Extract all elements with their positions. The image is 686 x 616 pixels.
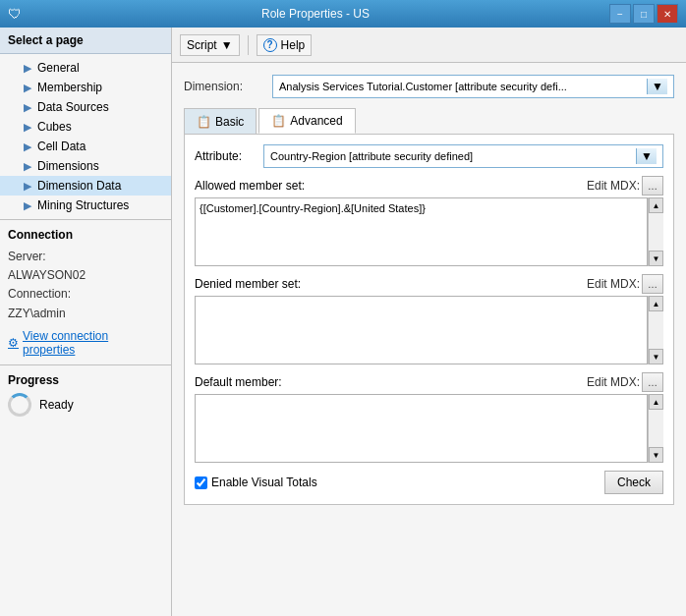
default-member-label: Default member: [195,375,282,389]
help-button[interactable]: ? Help [257,34,313,56]
progress-indicator: Ready [8,393,163,417]
allowed-edit-mdx-button[interactable]: … [642,176,663,196]
allowed-scroll-down[interactable]: ▼ [649,251,663,266]
left-panel: Select a page ▶ General ▶ Membership ▶ D… [0,28,172,616]
sidebar-item-cell-data[interactable]: ▶ Cell Data [0,137,171,156]
denied-scroll-up[interactable]: ▲ [649,296,663,311]
toolbar-separator [248,35,249,55]
connection-section: Connection Server: ALWAYSON02 Connection… [0,219,171,364]
enable-visual-totals-checkbox[interactable] [195,476,207,489]
default-scroll-down[interactable]: ▼ [649,447,663,463]
progress-status: Ready [39,398,74,412]
attribute-dropdown-box[interactable]: Country-Region [attribute security defin… [263,144,663,168]
denied-member-header-row: Denied member set: Edit MDX: … [195,274,663,294]
content-area: Dimension: Analysis Services Tutorial.Cu… [172,63,686,616]
denied-edit-mdx-button[interactable]: … [642,274,663,294]
allowed-member-textarea[interactable]: {[Customer].[Country-Region].&[United St… [195,197,648,266]
allowed-scroll-track[interactable] [649,213,663,251]
dimension-dropdown-box[interactable]: Analysis Services Tutorial.Customer [att… [272,75,674,98]
sidebar-item-dimension-data[interactable]: ▶ Dimension Data [0,176,171,196]
advanced-tab-label: Advanced [290,114,342,128]
dimension-field-row: Dimension: Analysis Services Tutorial.Cu… [184,75,674,98]
sidebar-item-mining-structures[interactable]: ▶ Mining Structures [0,196,171,215]
default-scroll-track[interactable] [649,410,663,447]
default-member-textarea[interactable] [195,394,648,463]
default-edit-mdx[interactable]: Edit MDX: … [587,372,663,392]
default-member-header-row: Default member: Edit MDX: … [195,372,663,392]
help-icon: ? [263,38,277,52]
allowed-member-textarea-container: {[Customer].[Country-Region].&[United St… [195,197,663,266]
dimensions-icon: ▶ [24,160,31,173]
attribute-value: Country-Region [attribute security defin… [270,150,473,162]
sidebar-item-dimensions[interactable]: ▶ Dimensions [0,156,171,176]
connection-link-icon: ⚙ [8,336,19,350]
denied-edit-mdx-label: Edit MDX: [587,277,640,291]
sidebar-item-cubes[interactable]: ▶ Cubes [0,117,171,137]
attribute-label: Attribute: [195,149,263,163]
cubes-icon: ▶ [24,121,31,134]
view-connection-properties-link[interactable]: ⚙ View connection properties [8,329,163,357]
sidebar-item-general[interactable]: ▶ General [0,58,171,78]
attribute-dropdown-arrow[interactable]: ▼ [636,148,657,164]
sidebar-item-membership[interactable]: ▶ Membership [0,78,171,97]
tab-basic[interactable]: 📋 Basic [184,108,257,134]
enable-visual-totals-label[interactable]: Enable Visual Totals [211,476,317,489]
toolbar: Script ▼ ? Help [172,28,686,63]
main-container: Select a page ▶ General ▶ Membership ▶ D… [0,28,686,616]
allowed-member-label: Allowed member set: [195,179,305,193]
dimension-data-icon: ▶ [24,180,31,193]
default-member-textarea-container: ▲ ▼ [195,394,663,463]
denied-member-textarea[interactable] [195,296,648,364]
minimize-button[interactable]: − [609,4,631,24]
denied-member-scrollbar[interactable]: ▲ ▼ [648,296,663,364]
allowed-edit-mdx-label: Edit MDX: [587,179,640,193]
title-bar: 🛡 Role Properties - US − □ ✕ [0,0,686,28]
progress-header: Progress [8,373,163,387]
dimension-value: Analysis Services Tutorial.Customer [att… [279,81,567,92]
bottom-row: Enable Visual Totals Check [195,471,663,494]
allowed-member-header-row: Allowed member set: Edit MDX: … [195,176,663,196]
spinner-icon [8,393,31,417]
server-label: Server: [8,248,163,266]
basic-tab-icon: 📋 [197,115,211,129]
progress-section: Progress Ready [0,364,171,424]
denied-scroll-track[interactable] [649,311,663,349]
dimension-dropdown[interactable]: Analysis Services Tutorial.Customer [att… [272,75,674,98]
allowed-scroll-up[interactable]: ▲ [649,197,663,213]
close-button[interactable]: ✕ [657,4,678,24]
data-sources-icon: ▶ [24,101,31,114]
denied-member-label: Denied member set: [195,277,301,291]
allowed-edit-mdx[interactable]: Edit MDX: … [587,176,663,196]
default-scroll-up[interactable]: ▲ [649,394,663,410]
tabs-container: 📋 Basic 📋 Advanced [184,108,674,134]
allowed-member-scrollbar[interactable]: ▲ ▼ [648,197,663,266]
denied-member-textarea-container: ▲ ▼ [195,296,663,364]
window-controls: − □ ✕ [609,4,678,24]
nav-list: ▶ General ▶ Membership ▶ Data Sources ▶ … [0,54,171,219]
general-icon: ▶ [24,62,31,75]
cell-data-icon: ▶ [24,140,31,153]
denied-edit-mdx[interactable]: Edit MDX: … [587,274,663,294]
tab-advanced[interactable]: 📋 Advanced [258,108,355,134]
window-title: Role Properties - US [22,7,609,21]
attribute-dropdown[interactable]: Country-Region [attribute security defin… [263,144,663,168]
default-edit-mdx-label: Edit MDX: [587,375,640,389]
sidebar-item-data-sources[interactable]: ▶ Data Sources [0,97,171,117]
script-dropdown-arrow: ▼ [221,38,233,52]
denied-scroll-down[interactable]: ▼ [649,349,663,364]
maximize-button[interactable]: □ [633,4,655,24]
advanced-tab-icon: 📋 [271,114,286,128]
dimension-dropdown-arrow[interactable]: ▼ [647,79,667,94]
mining-structures-icon: ▶ [24,199,31,212]
check-button[interactable]: Check [604,471,663,494]
default-edit-mdx-button[interactable]: … [642,372,663,392]
attribute-field-row: Attribute: Country-Region [attribute sec… [195,144,663,168]
script-button[interactable]: Script ▼ [180,34,240,56]
tab-panel: Attribute: Country-Region [attribute sec… [184,134,674,505]
right-panel: Script ▼ ? Help Dimension: Analysis Serv… [172,28,686,616]
title-bar-icon: 🛡 [8,6,22,22]
connection-label: Connection: [8,285,163,304]
enable-visual-totals-row: Enable Visual Totals [195,476,317,489]
default-member-scrollbar[interactable]: ▲ ▼ [648,394,663,463]
connection-info: Server: ALWAYSON02 Connection: ZZY\admin [8,248,163,323]
